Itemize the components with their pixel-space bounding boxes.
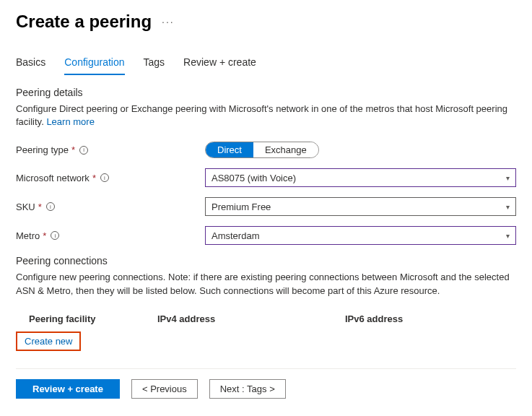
tab-review-create[interactable]: Review + create bbox=[183, 52, 256, 75]
tab-basics[interactable]: Basics bbox=[16, 52, 45, 75]
required-indicator: * bbox=[38, 202, 42, 212]
section-desc-connections: Configure new peering connections. Note:… bbox=[16, 271, 516, 297]
label-microsoft-network: Microsoft network * i bbox=[16, 173, 205, 183]
connections-table-header: Peering facility IPv4 address IPv6 addre… bbox=[16, 308, 516, 330]
peering-type-toggle: Direct Exchange bbox=[205, 142, 319, 158]
more-icon[interactable]: ··· bbox=[162, 16, 175, 27]
row-peering-type: Peering type * i Direct Exchange bbox=[16, 142, 516, 158]
learn-more-link[interactable]: Learn more bbox=[46, 116, 94, 127]
select-sku-value: Premium Free bbox=[212, 202, 271, 212]
select-microsoft-network[interactable]: AS8075 (with Voice) ▾ bbox=[205, 168, 516, 187]
control-sku: Premium Free ▾ bbox=[205, 197, 516, 216]
tab-configuration[interactable]: Configuration bbox=[64, 52, 124, 75]
info-icon[interactable]: i bbox=[51, 231, 59, 240]
label-peering-type: Peering type * i bbox=[16, 144, 205, 155]
tab-tags[interactable]: Tags bbox=[144, 52, 165, 75]
section-desc-details: Configure Direct peering or Exchange pee… bbox=[16, 103, 516, 129]
create-new-link[interactable]: Create new bbox=[25, 336, 72, 347]
required-indicator: * bbox=[43, 230, 46, 241]
label-sku-text: SKU bbox=[16, 202, 35, 212]
row-microsoft-network: Microsoft network * i AS8075 (with Voice… bbox=[16, 168, 516, 187]
page-title: Create a peering bbox=[16, 12, 152, 32]
info-icon[interactable]: i bbox=[46, 202, 55, 211]
label-sku: SKU * i bbox=[16, 202, 205, 212]
chevron-down-icon: ▾ bbox=[506, 174, 510, 182]
chevron-down-icon: ▾ bbox=[506, 232, 510, 240]
select-metro-value: Amsterdam bbox=[212, 230, 259, 241]
select-metro[interactable]: Amsterdam ▾ bbox=[205, 226, 516, 245]
section-heading-connections: Peering connections bbox=[16, 255, 516, 266]
previous-button[interactable]: < Previous bbox=[131, 379, 198, 399]
label-microsoft-network-text: Microsoft network bbox=[16, 173, 90, 183]
label-metro: Metro * i bbox=[16, 230, 205, 241]
control-peering-type: Direct Exchange bbox=[205, 142, 516, 158]
col-header-ipv6: IPv6 address bbox=[345, 313, 516, 324]
peering-details-section: Peering details Configure Direct peering… bbox=[16, 87, 516, 245]
pill-direct[interactable]: Direct bbox=[206, 142, 253, 157]
pill-exchange[interactable]: Exchange bbox=[253, 142, 318, 157]
col-header-facility: Peering facility bbox=[29, 313, 157, 324]
required-indicator: * bbox=[92, 173, 96, 183]
row-sku: SKU * i Premium Free ▾ bbox=[16, 197, 516, 216]
tab-bar: Basics Configuration Tags Review + creat… bbox=[16, 52, 516, 75]
section-heading-details: Peering details bbox=[16, 87, 516, 98]
col-header-ipv4: IPv4 address bbox=[157, 313, 345, 324]
info-icon[interactable]: i bbox=[100, 173, 109, 182]
create-new-highlight: Create new bbox=[16, 332, 81, 351]
label-peering-type-text: Peering type bbox=[16, 144, 69, 155]
chevron-down-icon: ▾ bbox=[506, 203, 510, 211]
peering-connections-section: Peering connections Configure new peerin… bbox=[16, 255, 516, 350]
review-create-button[interactable]: Review + create bbox=[16, 379, 120, 399]
footer-actions: Review + create < Previous Next : Tags > bbox=[16, 368, 516, 399]
page-header: Create a peering ··· bbox=[16, 12, 516, 32]
control-microsoft-network: AS8075 (with Voice) ▾ bbox=[205, 168, 516, 187]
next-button[interactable]: Next : Tags > bbox=[209, 379, 286, 399]
control-metro: Amsterdam ▾ bbox=[205, 226, 516, 245]
select-microsoft-network-value: AS8075 (with Voice) bbox=[212, 173, 296, 183]
required-indicator: * bbox=[71, 144, 75, 155]
label-metro-text: Metro bbox=[16, 230, 40, 241]
info-icon[interactable]: i bbox=[79, 146, 88, 155]
select-sku[interactable]: Premium Free ▾ bbox=[205, 197, 516, 216]
row-metro: Metro * i Amsterdam ▾ bbox=[16, 226, 516, 245]
